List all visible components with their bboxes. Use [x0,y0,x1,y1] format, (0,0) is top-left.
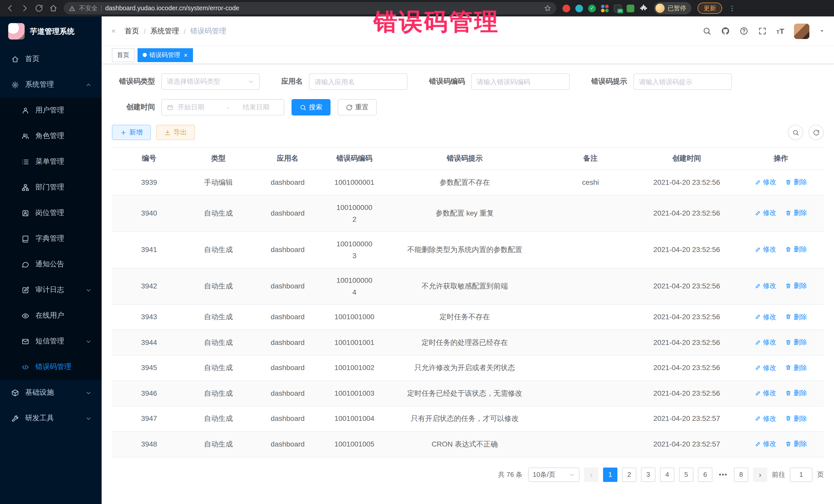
edit-link[interactable]: 修改 [755,336,776,348]
sidebar-item-sms[interactable]: 短信管理 [0,328,102,354]
page-size-select[interactable]: 10条/页 [528,467,579,482]
page-button-5[interactable]: 5 [679,467,694,482]
refresh-table-button[interactable] [808,125,824,140]
error-type-select[interactable]: 请选择错误码类型 [161,73,260,90]
sidebar-item-dictionary[interactable]: 字典管理 [0,226,102,251]
sidebar-item-posts[interactable]: 岗位管理 [0,200,102,226]
browser-chrome: 不安全 dashboard.yudao.iocoder.cn/system/er… [0,0,834,17]
extensions-puzzle-icon[interactable] [639,4,648,12]
add-button[interactable]: 新增 [112,125,151,140]
sidebar-item-online-users[interactable]: 在线用户 [0,303,102,328]
help-question-icon[interactable] [739,27,748,36]
page-button-6[interactable]: 6 [698,467,712,482]
browser-forward-icon[interactable] [21,4,29,12]
cell-type: 手动编辑 [186,170,250,195]
cell-actions: 修改 删除 [738,406,824,431]
delete-link[interactable]: 删除 [786,280,807,292]
delete-link[interactable]: 删除 [786,311,807,323]
delete-link[interactable]: 删除 [786,176,807,188]
browser-home-icon[interactable] [49,4,58,12]
delete-link[interactable]: 删除 [786,243,807,255]
next-page-button[interactable]: › [753,467,767,482]
sidebar-item-roles[interactable]: 角色管理 [0,123,102,149]
breadcrumb-system[interactable]: 系统管理 [150,26,179,36]
fullscreen-icon[interactable] [758,27,767,36]
page-button-4[interactable]: 4 [660,467,674,482]
edit-link[interactable]: 修改 [755,176,776,188]
close-icon[interactable]: × [184,51,188,58]
browser-profile-chip[interactable]: 已暂停 [654,2,691,14]
delete-link[interactable]: 删除 [786,412,807,424]
delete-link[interactable]: 删除 [786,336,807,348]
reset-button[interactable]: 重置 [338,99,377,115]
sidebar-item-departments[interactable]: 部门管理 [0,175,102,200]
toggle-search-button[interactable] [788,125,803,140]
page-button-last[interactable]: 8 [734,467,748,482]
edit-link[interactable]: 修改 [755,412,776,424]
app-name-input[interactable] [309,73,408,90]
export-button[interactable]: 导出 [156,125,195,140]
github-icon[interactable] [721,27,729,36]
browser-update-button[interactable]: 更新 [698,3,722,14]
error-msg-input[interactable] [633,73,732,90]
cell-msg: 参数配置 key 重复 [384,195,546,232]
sidebar-item-home[interactable]: 首页 [0,46,102,72]
extension-icon-teal[interactable] [575,4,583,12]
browser-reload-icon[interactable] [35,4,43,12]
cell-id: 3941 [112,232,186,268]
page-button-2[interactable]: 2 [622,467,636,482]
user-avatar[interactable] [794,23,809,39]
delete-link[interactable]: 删除 [786,361,807,373]
prev-page-button[interactable]: ‹ [584,467,598,482]
date-range-picker[interactable]: 开始日期 - 结束日期 [161,99,284,115]
hamburger-icon[interactable] [109,26,118,36]
sidebar-item-audit-logs[interactable]: 审计日志 [0,277,102,303]
extension-icon-green-square[interactable] [627,4,634,12]
font-size-icon[interactable]: TT [776,27,784,36]
search-button[interactable]: 搜索 [291,99,331,115]
edit-link[interactable]: 修改 [755,243,776,255]
delete-link[interactable]: 删除 [786,207,807,219]
breadcrumb-home[interactable]: 首页 [125,26,139,36]
col-header-msg: 错误码提示 [384,148,546,170]
address-bar[interactable]: 不安全 dashboard.yudao.iocoder.cn/system/er… [64,2,556,14]
header-search-icon[interactable] [702,27,711,36]
pencil-icon [755,210,761,216]
sidebar-logo-row[interactable]: 芋道管理系统 [0,17,102,46]
edit-link[interactable]: 修改 [755,311,776,323]
sidebar-item-label: 基础设施 [25,388,54,397]
edit-link[interactable]: 修改 [755,361,776,373]
avatar-caret-down-icon[interactable] [819,28,825,34]
extension-icon-dark[interactable]: on [614,4,621,12]
bookmark-star-icon[interactable] [544,5,551,12]
page-button-1[interactable]: 1 [603,467,617,482]
page-button-3[interactable]: 3 [641,467,655,482]
sidebar-item-system[interactable]: 系统管理 [0,72,102,97]
table-row: 3940 自动生成 dashboard 100100000 2 参数配置 key… [112,195,824,232]
sidebar-item-error-code[interactable]: 错误码管理 [0,354,102,380]
edit-link[interactable]: 修改 [755,207,776,219]
delete-link[interactable]: 删除 [786,438,807,450]
sidebar-item-infrastructure[interactable]: 基础设施 [0,380,102,406]
delete-link[interactable]: 删除 [786,387,807,399]
edit-link[interactable]: 修改 [755,280,776,292]
browser-menu-kebab-icon[interactable] [728,4,736,12]
pagination: 共 76 条 10条/页 ‹ 1 2 3 4 5 6 ••• 8 › 前往 [112,467,824,482]
extension-icon-green-check[interactable]: ✓ [588,4,596,12]
sidebar-item-notices[interactable]: 通知公告 [0,251,102,277]
extension-icon-colorgrid[interactable] [601,4,609,12]
tab-home[interactable]: 首页 [112,48,134,62]
sidebar-item-menus[interactable]: 菜单管理 [0,149,102,175]
edit-link[interactable]: 修改 [755,387,776,399]
cell-app: dashboard [250,304,325,330]
browser-back-icon[interactable] [6,4,14,12]
edit-link[interactable]: 修改 [755,438,776,450]
extension-icon-red[interactable] [563,4,570,12]
pagination-ellipsis[interactable]: ••• [717,470,729,478]
table-row: 3945 自动生成 dashboard 1001001002 只允许修改为开启或… [112,355,824,380]
error-code-input[interactable] [471,73,570,90]
sidebar-item-devtools[interactable]: 研发工具 [0,406,102,431]
goto-page-input[interactable] [790,467,812,482]
tab-error-code[interactable]: 错误码管理 × [137,48,193,62]
sidebar-item-users[interactable]: 用户管理 [0,97,102,123]
